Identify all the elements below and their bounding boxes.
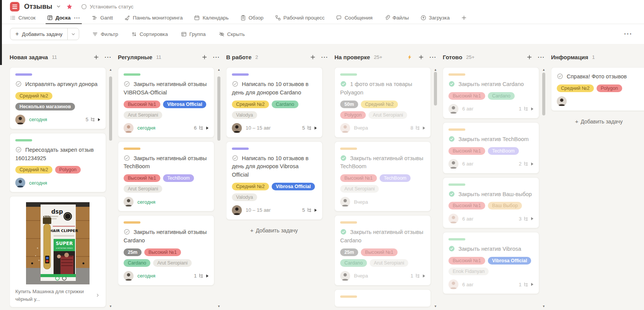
check-circle-done-icon[interactable] bbox=[448, 81, 455, 87]
check-circle-done-icon[interactable] bbox=[340, 229, 347, 235]
column-more-button[interactable]: ··· bbox=[105, 55, 112, 59]
check-circle-icon[interactable] bbox=[557, 73, 563, 80]
subtask-count[interactable]: 5 bbox=[302, 207, 317, 213]
task-card[interactable] bbox=[334, 289, 431, 307]
task-card[interactable]: Закрыть негативный отзывы Cardano25mВысо… bbox=[118, 215, 214, 286]
expand-subtasks-caret[interactable] bbox=[423, 274, 425, 278]
check-circle-icon[interactable] bbox=[232, 155, 238, 161]
column-add-task-button[interactable] bbox=[310, 54, 316, 60]
automation-bolt-icon[interactable] bbox=[407, 54, 412, 60]
scroll-up-arrow[interactable]: ▲ bbox=[109, 68, 112, 72]
project-icon[interactable] bbox=[10, 2, 20, 11]
column-add-task-button[interactable] bbox=[202, 54, 207, 60]
chevron-down-icon[interactable] bbox=[56, 4, 61, 9]
expand-subtasks-caret[interactable] bbox=[531, 107, 533, 110]
tab-workflow[interactable]: Рабочий процесс bbox=[275, 15, 325, 24]
check-circle-icon[interactable] bbox=[15, 81, 22, 87]
column-add-task-button[interactable] bbox=[527, 54, 532, 60]
tab-more-button[interactable]: ··· bbox=[74, 15, 81, 21]
column-add-task-button[interactable] bbox=[93, 54, 99, 60]
expand-subtasks-caret[interactable] bbox=[531, 162, 533, 166]
task-card[interactable]: Закрыть негативный отзывы VIBROSA-Offici… bbox=[118, 67, 214, 138]
scroll-up-arrow[interactable]: ▲ bbox=[434, 68, 437, 72]
expand-subtasks-caret[interactable] bbox=[423, 127, 425, 130]
task-card[interactable]: Закрыть негатив VibrosaВысокий №1Vibrosa… bbox=[443, 232, 539, 294]
check-circle-icon[interactable] bbox=[124, 229, 130, 235]
hide-button[interactable]: Скрыть bbox=[219, 31, 245, 37]
task-card[interactable]: Исправлять артикул донораСредний №2Неско… bbox=[10, 67, 106, 129]
check-circle-icon[interactable] bbox=[124, 155, 130, 161]
scrollbar-thumb[interactable] bbox=[434, 72, 437, 105]
subtask-count[interactable]: 1 bbox=[519, 106, 533, 112]
subtask-count[interactable]: 3 bbox=[519, 216, 533, 222]
tab-upload[interactable]: Загрузка bbox=[421, 15, 450, 24]
expand-subtasks-caret[interactable] bbox=[315, 127, 317, 130]
expand-subtasks-caret[interactable] bbox=[531, 217, 533, 220]
sort-button[interactable]: Сортировка bbox=[131, 31, 168, 37]
task-card[interactable]: Справка! Фото отзывовСредний №2Polygon bbox=[551, 67, 644, 111]
add-task-dropdown[interactable] bbox=[67, 28, 79, 40]
subtask-count[interactable]: 1 bbox=[411, 273, 425, 279]
task-card[interactable]: Закрыть негативный отзывы Cardano25mВысо… bbox=[334, 215, 431, 286]
tab-gantt[interactable]: Gantt bbox=[92, 15, 113, 24]
scrollbar-thumb[interactable] bbox=[217, 76, 220, 141]
filter-button[interactable]: Фильтр bbox=[92, 31, 118, 37]
scroll-down-arrow[interactable]: ▼ bbox=[542, 305, 546, 308]
scroll-down-arrow[interactable]: ▼ bbox=[217, 305, 221, 308]
column-more-button[interactable]: ··· bbox=[538, 55, 545, 59]
subtask-count[interactable]: 1 bbox=[194, 273, 209, 279]
column-scrollbar[interactable]: ▲▼ bbox=[541, 67, 546, 310]
check-circle-icon[interactable] bbox=[124, 81, 130, 87]
toolbar-more-button[interactable]: ··· bbox=[624, 31, 633, 37]
subtask-count[interactable]: 5 bbox=[302, 125, 317, 131]
tab-overview[interactable]: Обзор bbox=[240, 15, 264, 24]
task-card[interactable]: dsp HAIR CLIPPER SUPER 4 ROTATING SPEED … bbox=[10, 196, 106, 307]
task-card[interactable]: Написать по 10 отзывов в день для доноро… bbox=[226, 141, 323, 220]
check-circle-done-icon[interactable] bbox=[340, 155, 347, 161]
tab-monitoring[interactable]: Панель мониторинга bbox=[124, 15, 183, 24]
expand-subtasks-caret[interactable] bbox=[206, 274, 209, 278]
add-task-button[interactable]: + Добавить задачу bbox=[10, 28, 67, 40]
tab-calendar[interactable]: Календарь bbox=[194, 15, 228, 24]
task-card[interactable]: Написать по 10 отзывов в день для доноро… bbox=[226, 67, 323, 138]
check-circle-done-icon[interactable] bbox=[448, 191, 455, 197]
scroll-up-arrow[interactable]: ▲ bbox=[542, 68, 546, 72]
subtask-count[interactable]: 8 bbox=[411, 125, 425, 131]
task-card[interactable]: 1 фото отзыв на товары Polyagon50mСредни… bbox=[334, 67, 431, 138]
subtask-count[interactable]: 6 bbox=[194, 125, 209, 131]
chevron-right-icon[interactable] bbox=[95, 293, 100, 298]
expand-subtasks-caret[interactable] bbox=[531, 283, 533, 286]
tab-list[interactable]: Список bbox=[10, 15, 36, 24]
scrollbar-thumb[interactable] bbox=[109, 76, 112, 141]
column-more-button[interactable]: ··· bbox=[213, 55, 220, 59]
column-scrollbar[interactable]: ▲▼ bbox=[217, 67, 221, 310]
subtask-count[interactable]: 1 bbox=[519, 282, 533, 287]
task-card[interactable]: Пересоздать закреп отзыв 1601234925Средн… bbox=[10, 133, 106, 193]
task-card[interactable]: Закрыть негативный отзывы TechBoomВысоки… bbox=[118, 141, 214, 212]
scroll-up-arrow[interactable]: ▲ bbox=[217, 68, 221, 72]
subtask-count[interactable]: 5 bbox=[86, 117, 100, 122]
check-circle-done-icon[interactable] bbox=[448, 245, 455, 252]
check-circle-icon[interactable] bbox=[232, 81, 238, 87]
tab-board[interactable]: Доска··· bbox=[47, 15, 80, 24]
expand-subtasks-caret[interactable] bbox=[315, 209, 317, 212]
expand-subtasks-caret[interactable] bbox=[206, 127, 209, 130]
scroll-down-arrow[interactable]: ▼ bbox=[109, 305, 112, 308]
add-task-link[interactable]: +Добавить задачу bbox=[551, 115, 644, 128]
add-view-tab[interactable] bbox=[461, 15, 467, 24]
tab-messages[interactable]: Сообщения bbox=[336, 15, 372, 24]
task-card[interactable]: Закрыть негатив Ваш-выборВысокий №1Ваш В… bbox=[443, 177, 539, 229]
favorite-star-icon[interactable] bbox=[66, 3, 73, 10]
scroll-down-arrow[interactable]: ▼ bbox=[434, 305, 437, 308]
check-circle-icon[interactable] bbox=[15, 146, 22, 153]
tab-files[interactable]: Файлы bbox=[384, 15, 409, 24]
group-button[interactable]: Группа bbox=[181, 31, 206, 37]
task-card[interactable]: Закрыть негатив TechBoomВысокий №1TechBo… bbox=[443, 122, 539, 174]
check-circle-done-icon[interactable] bbox=[340, 81, 347, 87]
set-status-button[interactable]: Установить статус bbox=[81, 4, 134, 10]
subtask-count[interactable]: 2 bbox=[519, 161, 533, 167]
task-card[interactable]: Закрыть негативный отзывы TechBoomВысоки… bbox=[334, 141, 431, 212]
scrollbar-thumb[interactable] bbox=[542, 73, 545, 115]
column-add-task-button[interactable] bbox=[418, 54, 424, 60]
check-circle-done-icon[interactable] bbox=[448, 136, 455, 142]
